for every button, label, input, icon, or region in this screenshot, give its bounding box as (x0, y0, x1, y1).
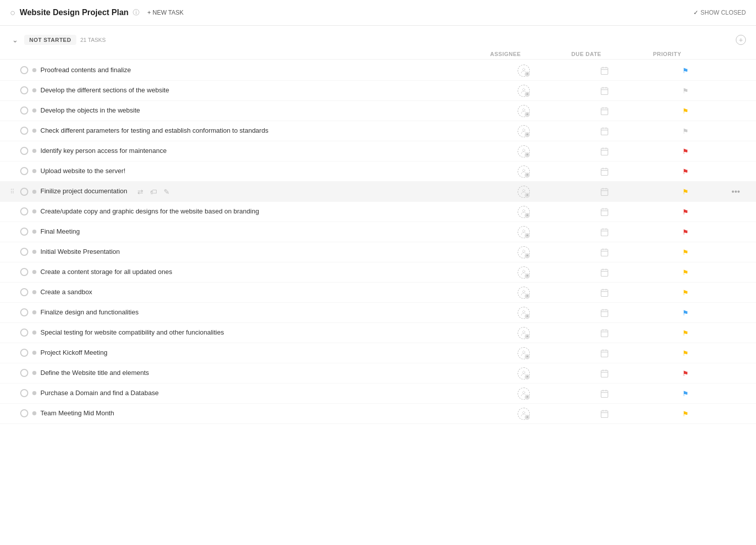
task-checkbox[interactable] (20, 127, 28, 135)
due-date-cell[interactable] (564, 86, 645, 95)
add-assignee-icon[interactable]: + (525, 374, 530, 379)
assignee-avatar[interactable]: + (518, 125, 530, 137)
assignee-avatar[interactable]: + (518, 85, 530, 97)
priority-cell[interactable]: ⚑ (645, 369, 726, 377)
due-date-cell[interactable] (564, 288, 645, 297)
task-checkbox[interactable] (20, 188, 28, 196)
add-assignee-icon[interactable]: + (525, 334, 530, 339)
assignee-avatar[interactable]: + (518, 287, 530, 299)
priority-cell[interactable]: ⚑ (645, 289, 726, 297)
add-assignee-icon[interactable]: + (525, 92, 530, 97)
task-row[interactable]: ⠿ Final Meeting + ⚑ (0, 222, 756, 242)
priority-cell[interactable]: ⚑ (645, 87, 726, 95)
task-checkbox[interactable] (20, 308, 28, 316)
priority-cell[interactable]: ⚑ (645, 268, 726, 277)
add-assignee-icon[interactable]: + (525, 395, 530, 400)
assignee-avatar[interactable]: + (518, 65, 530, 77)
priority-cell[interactable]: ⚑ (645, 67, 726, 75)
priority-cell[interactable]: ⚑ (645, 248, 726, 256)
priority-cell[interactable]: ⚑ (645, 349, 726, 357)
priority-cell[interactable]: ⚑ (645, 208, 726, 216)
assignee-avatar[interactable]: + (518, 367, 530, 379)
add-assignee-icon[interactable]: + (525, 354, 530, 359)
task-row[interactable]: ⠿ Create/update copy and graphic designs… (0, 202, 756, 222)
collapse-button[interactable]: ⌄ (10, 35, 20, 45)
due-date-cell[interactable] (564, 308, 645, 317)
assignee-avatar[interactable]: + (518, 166, 530, 178)
show-closed-button[interactable]: ✓ SHOW CLOSED (693, 9, 746, 16)
priority-cell[interactable]: ⚑ (645, 107, 726, 115)
add-assignee-icon[interactable]: + (525, 152, 530, 157)
task-row[interactable]: ⠿ Create a sandbox + ⚑ (0, 283, 756, 303)
task-checkbox[interactable] (20, 66, 28, 74)
task-row[interactable]: ⠿ Create a content storage for all updat… (0, 262, 756, 283)
assignee-avatar[interactable]: + (518, 226, 530, 238)
due-date-cell[interactable] (564, 147, 645, 156)
task-checkbox[interactable] (20, 106, 28, 115)
add-assignee-icon[interactable]: + (525, 132, 530, 137)
task-checkbox[interactable] (20, 288, 28, 296)
edit-icon[interactable]: ✎ (162, 187, 172, 197)
task-checkbox[interactable] (20, 349, 28, 357)
task-row[interactable]: ⠿ Upload website to the server! + (0, 161, 756, 182)
new-task-button[interactable]: + NEW TASK (143, 7, 188, 18)
task-checkbox[interactable] (20, 369, 28, 377)
priority-cell[interactable]: ⚑ (645, 410, 726, 418)
add-assignee-icon[interactable]: + (525, 233, 530, 238)
assignee-avatar[interactable]: + (518, 347, 530, 359)
task-row[interactable]: ⠿ Finalize design and functionalities + (0, 303, 756, 323)
add-assignee-icon[interactable]: + (525, 274, 530, 279)
add-assignee-icon[interactable]: + (525, 415, 530, 420)
task-row[interactable]: ⠿ Develop the different sections of the … (0, 81, 756, 101)
assignee-avatar[interactable]: + (518, 206, 530, 218)
priority-cell[interactable]: ⚑ (645, 127, 726, 135)
due-date-cell[interactable] (564, 369, 645, 378)
task-checkbox[interactable] (20, 329, 28, 337)
due-date-cell[interactable] (564, 248, 645, 257)
due-date-cell[interactable] (564, 207, 645, 216)
assignee-avatar[interactable]: + (518, 266, 530, 279)
due-date-cell[interactable] (564, 228, 645, 237)
task-checkbox[interactable] (20, 167, 28, 175)
task-checkbox[interactable] (20, 207, 28, 215)
task-checkbox[interactable] (20, 248, 28, 256)
task-row[interactable]: ⠿ Finilize project documentation ⇄ 🏷 ✎ + (0, 182, 756, 202)
add-assignee-icon[interactable]: + (525, 72, 530, 77)
due-date-cell[interactable] (564, 329, 645, 338)
due-date-cell[interactable] (564, 187, 645, 196)
add-assignee-icon[interactable]: + (525, 112, 530, 117)
add-assignee-icon[interactable]: + (525, 213, 530, 218)
add-assignee-icon[interactable]: + (525, 173, 530, 178)
task-row[interactable]: ⠿ Check different parameters for testing… (0, 121, 756, 141)
priority-cell[interactable]: ⚑ (645, 309, 726, 317)
task-row[interactable]: ⠿ Identify key person access for mainten… (0, 141, 756, 161)
assignee-avatar[interactable]: + (518, 408, 530, 420)
add-assignee-icon[interactable]: + (525, 294, 530, 299)
priority-cell[interactable]: ⚑ (645, 147, 726, 155)
task-row[interactable]: ⠿ Develop the objects in the website + (0, 101, 756, 121)
task-checkbox[interactable] (20, 268, 28, 276)
assignee-avatar[interactable]: + (518, 388, 530, 400)
add-assignee-icon[interactable]: + (525, 193, 530, 198)
add-group-icon[interactable]: + (736, 35, 746, 45)
task-checkbox[interactable] (20, 389, 28, 397)
assignee-avatar[interactable]: + (518, 327, 530, 339)
add-assignee-icon[interactable]: + (525, 314, 530, 319)
due-date-cell[interactable] (564, 409, 645, 418)
add-assignee-icon[interactable]: + (525, 253, 530, 258)
priority-cell[interactable]: ⚑ (645, 329, 726, 337)
more-options-button[interactable]: ••• (732, 187, 740, 196)
task-row[interactable]: ⠿ Project Kickoff Meeting + (0, 343, 756, 363)
priority-cell[interactable]: ⚑ (645, 228, 726, 236)
due-date-cell[interactable] (564, 268, 645, 277)
due-date-cell[interactable] (564, 349, 645, 358)
task-row[interactable]: ⠿ Purchase a Domain and find a Database … (0, 384, 756, 404)
due-date-cell[interactable] (564, 66, 645, 75)
task-row[interactable]: ⠿ Team Meeting Mid Month + (0, 404, 756, 424)
task-row[interactable]: ⠿ Special testing for website compatibil… (0, 323, 756, 343)
due-date-cell[interactable] (564, 167, 645, 176)
info-icon[interactable]: ⓘ (133, 8, 139, 17)
task-checkbox[interactable] (20, 147, 28, 155)
drag-handle[interactable]: ⠿ (10, 188, 16, 195)
assignee-avatar[interactable]: + (518, 186, 530, 198)
